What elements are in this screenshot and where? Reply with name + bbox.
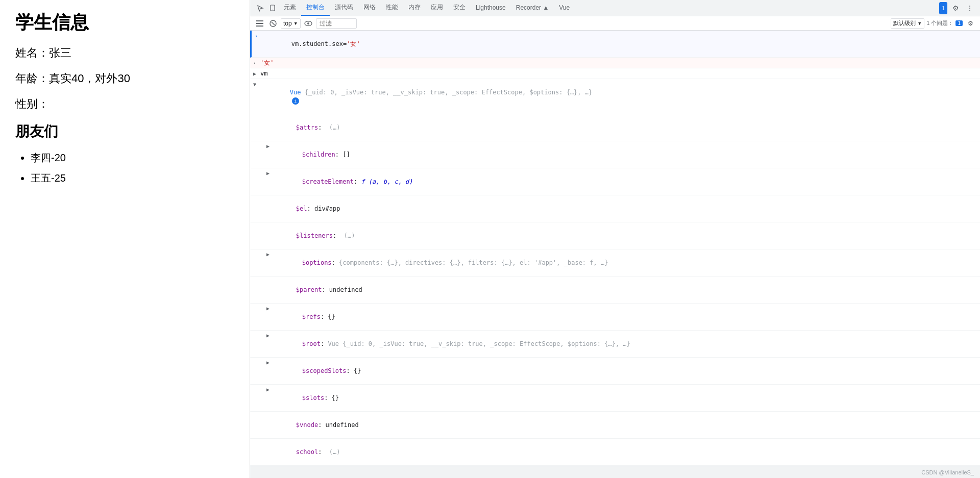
- context-selector[interactable]: top ▼: [281, 18, 301, 29]
- tab-memory[interactable]: 内存: [403, 1, 426, 16]
- level-label: 默认级别: [893, 19, 916, 27]
- scopedslots-text: $scopedSlots: {}: [273, 359, 976, 383]
- more-icon[interactable]: ⋮: [964, 2, 976, 14]
- children-expand[interactable]: [266, 142, 272, 150]
- issues-text: 1 个问题：: [926, 19, 953, 27]
- devtools-panel: 元素 控制台 源代码 网络 性能 内存 应用 安全 Lighthouse Rec…: [250, 0, 980, 478]
- output-arrow: ‹: [253, 59, 256, 67]
- root-text: $root: Vue {_uid: 0, _isVue: true, __v_s…: [273, 332, 976, 356]
- devtools-topbar: 元素 控制台 源代码 网络 性能 内存 应用 安全 Lighthouse Rec…: [250, 0, 980, 16]
- filter-input[interactable]: [316, 18, 357, 29]
- console-line-output-str: ‹ '女': [250, 58, 980, 68]
- line-parent: $parent: undefined: [250, 276, 980, 304]
- status-bar: CSDN @VillanelleS_: [250, 466, 980, 478]
- second-toolbar: top ▼ 默认级别 ▼ 1 个问题： 1 ⚙: [250, 16, 980, 31]
- vue-info-icon[interactable]: i: [292, 97, 299, 105]
- tab-console[interactable]: 控制台: [301, 1, 330, 16]
- parent-text: $parent: undefined: [266, 278, 976, 302]
- el-text: $el: div#app: [266, 196, 976, 221]
- root-expand[interactable]: [266, 332, 272, 340]
- page-title: 学生信息: [15, 10, 234, 35]
- line-listeners: $listeners: (…): [250, 222, 980, 249]
- friends-list: 李四-20 王五-25: [31, 147, 234, 188]
- createelement-expand[interactable]: [266, 169, 272, 178]
- issues-indicator[interactable]: 1 个问题： 1: [926, 19, 963, 27]
- line-children: $children: []: [250, 141, 980, 168]
- line-root: $root: Vue {_uid: 0, _isVue: true, __v_s…: [250, 331, 980, 358]
- console-area: › vm.student.sex='女' ‹ '女' ▶ vm ▼ Vue {_…: [250, 31, 980, 466]
- svg-point-8: [307, 22, 309, 24]
- tab-performance[interactable]: 性能: [381, 1, 403, 16]
- friends-title: 朋友们: [15, 122, 234, 141]
- friend-item-2: 王五-25: [31, 168, 234, 188]
- svg-rect-3: [256, 23, 263, 24]
- level-dropdown-icon: ▼: [917, 21, 922, 26]
- tab-sources[interactable]: 源代码: [330, 1, 358, 16]
- line-scopedslots: $scopedSlots: {}: [250, 358, 980, 385]
- children-text: $children: []: [273, 142, 976, 167]
- device-icon[interactable]: [266, 2, 279, 14]
- context-label: top: [283, 20, 292, 27]
- clear-btn[interactable]: [267, 18, 279, 29]
- input-arrow: ›: [255, 32, 258, 40]
- scopedslots-expand[interactable]: [266, 359, 272, 367]
- tab-elements[interactable]: 元素: [279, 1, 301, 16]
- tab-lighthouse[interactable]: Lighthouse: [471, 1, 511, 16]
- settings-console-btn[interactable]: ⚙: [965, 18, 976, 29]
- svg-rect-4: [256, 26, 263, 27]
- friend-item-1: 李四-20: [31, 147, 234, 168]
- slots-text: $slots: {}: [273, 386, 976, 410]
- vnode-text: $vnode: undefined: [266, 413, 976, 437]
- tab-security[interactable]: 安全: [448, 1, 471, 16]
- line-slots: $slots: {}: [250, 385, 980, 412]
- svg-line-6: [272, 22, 275, 25]
- listeners-text: $listeners: (…): [266, 223, 976, 248]
- refs-text: $refs: {}: [273, 305, 976, 329]
- chat-icon[interactable]: 1: [939, 2, 947, 14]
- left-panel: 学生信息 姓名：张三 年龄：真实40，对外30 性别： 朋友们 李四-20 王五…: [0, 0, 250, 478]
- line-options: $options: {components: {…}, directives: …: [250, 249, 980, 276]
- gender-info: 性别：: [15, 96, 234, 112]
- devtools-right-icons: 1 ⚙ ⋮: [939, 2, 976, 14]
- attrs-text: $attrs: (…): [266, 115, 976, 140]
- tab-network[interactable]: 网络: [358, 1, 381, 16]
- console-line-input: › vm.student.sex='女': [250, 31, 980, 58]
- svg-rect-2: [256, 20, 263, 21]
- console-line-vm: ▶ vm: [250, 68, 980, 79]
- level-selector[interactable]: 默认级别 ▼: [891, 18, 924, 29]
- age-info: 年龄：真实40，对外30: [15, 71, 234, 86]
- tab-bar: 元素 控制台 源代码 网络 性能 内存 应用 安全 Lighthouse Rec…: [279, 0, 939, 16]
- options-expand[interactable]: [266, 250, 272, 259]
- csdn-watermark: CSDN @VillanelleS_: [921, 469, 974, 475]
- vm-label: vm: [260, 69, 976, 78]
- line-vnode: $vnode: undefined: [250, 412, 980, 439]
- slots-expand[interactable]: [266, 386, 272, 394]
- school-text: school: (…): [266, 440, 976, 464]
- line-createelement: $createElement: f (a, b, c, d): [250, 168, 980, 195]
- tab-recorder[interactable]: Recorder ▲: [511, 1, 554, 16]
- console-output-str: '女': [260, 59, 976, 67]
- cursor-icon[interactable]: [254, 2, 266, 14]
- refs-expand[interactable]: [266, 305, 272, 313]
- eye-btn[interactable]: [303, 18, 314, 29]
- tab-vue[interactable]: Vue: [554, 1, 575, 16]
- name-info: 姓名：张三: [15, 45, 234, 61]
- options-text: $options: {components: {…}, directives: …: [273, 250, 976, 275]
- createelement-text: $createElement: f (a, b, c, d): [273, 169, 976, 194]
- vm-arrow[interactable]: ▶: [253, 70, 256, 78]
- line-el: $el: div#app: [250, 195, 980, 222]
- tab-application[interactable]: 应用: [426, 1, 448, 16]
- line-school: school: (…): [250, 439, 980, 466]
- line-attrs: $attrs: (…): [250, 114, 980, 141]
- vue-arrow-open[interactable]: ▼: [253, 81, 256, 89]
- console-input-text: vm.student.sex='女': [262, 32, 976, 56]
- issues-badge: 1: [955, 20, 963, 26]
- settings-icon[interactable]: ⚙: [949, 2, 962, 14]
- dropdown-icon: ▼: [293, 21, 298, 26]
- sidebar-toggle-btn[interactable]: [254, 18, 265, 29]
- console-line-vue-open: ▼ Vue {_uid: 0, _isVue: true, __v_skip: …: [250, 79, 980, 114]
- line-refs: $refs: {}: [250, 304, 980, 331]
- vue-object-label: Vue {_uid: 0, _isVue: true, __v_skip: tr…: [260, 80, 976, 113]
